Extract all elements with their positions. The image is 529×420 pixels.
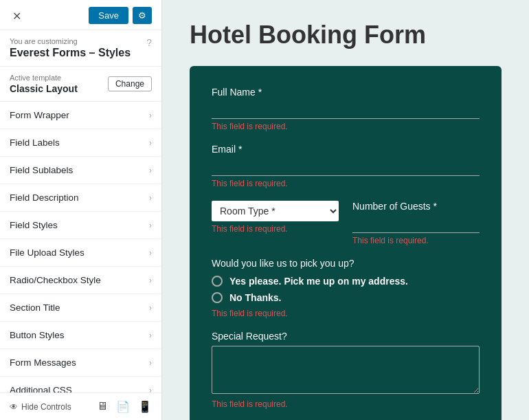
nav-item-label: Section Title: [10, 302, 60, 313]
special-request-error: This field is required.: [212, 399, 480, 409]
pickup-question: Would you like us to pick you up?: [212, 258, 480, 269]
nav-item-label: Form Messages: [10, 357, 76, 368]
sidebar-nav-item[interactable]: Field Description›: [0, 184, 161, 212]
email-label: Email *: [212, 144, 480, 155]
sidebar-nav-item[interactable]: Field Styles›: [0, 212, 161, 239]
sidebar-nav-item[interactable]: Radio/Checkbox Style›: [0, 267, 161, 294]
email-input[interactable]: [212, 159, 480, 176]
special-request-label: Special Request?: [212, 331, 480, 342]
nav-item-label: Additional CSS: [10, 385, 72, 393]
nav-item-label: Form Wrapper: [10, 110, 69, 120]
radio-option-yes[interactable]: Yes please. Pick me up on my address.: [212, 276, 480, 287]
nav-item-label: Button Styles: [10, 330, 65, 340]
room-type-error: This field is required.: [212, 224, 339, 234]
pickup-radio-group: Would you like us to pick you up? Yes pl…: [212, 258, 480, 318]
row-fields: Room Type * This field is required. Numb…: [212, 201, 480, 258]
radio-circle-no: [212, 292, 223, 303]
nav-chevron-icon: ›: [149, 166, 152, 175]
nav-chevron-icon: ›: [149, 331, 152, 340]
sidebar-nav-item[interactable]: Additional CSS›: [0, 377, 161, 393]
nav-chevron-icon: ›: [149, 358, 152, 368]
special-request-textarea[interactable]: [212, 346, 480, 394]
sidebar-nav-item[interactable]: Form Messages›: [0, 349, 161, 377]
full-name-input[interactable]: [212, 102, 480, 119]
guests-input[interactable]: [352, 216, 480, 233]
save-area: Save ⚙: [89, 7, 152, 24]
save-button[interactable]: Save: [89, 7, 128, 24]
footer-icons: 🖥 📄 📱: [97, 400, 152, 413]
customizing-title: Everest Forms – Styles: [10, 47, 131, 59]
radio-circle-yes: [212, 276, 223, 287]
guests-group: Number of Guests * This field is require…: [352, 201, 480, 245]
close-button[interactable]: ✕: [10, 8, 24, 24]
sidebar-nav-item[interactable]: Form Wrapper›: [0, 102, 161, 129]
nav-item-label: File Upload Styles: [10, 247, 85, 258]
full-name-group: Full Name * This field is required.: [212, 87, 480, 131]
nav-chevron-icon: ›: [149, 276, 152, 285]
customizing-label: You are customizing: [10, 37, 131, 45]
nav-chevron-icon: ›: [149, 386, 152, 393]
sidebar: ✕ Save ⚙ You are customizing Everest For…: [0, 0, 162, 420]
room-type-group: Room Type * This field is required.: [212, 201, 339, 245]
full-name-label: Full Name *: [212, 87, 480, 98]
sidebar-nav-item[interactable]: Field Labels›: [0, 129, 161, 157]
nav-chevron-icon: ›: [149, 248, 152, 258]
sidebar-nav-item[interactable]: Field Sublabels›: [0, 157, 161, 184]
sidebar-nav-item[interactable]: Button Styles›: [0, 322, 161, 349]
active-template-name: Classic Layout: [10, 83, 78, 94]
full-name-error: This field is required.: [212, 122, 480, 131]
email-group: Email * This field is required.: [212, 144, 480, 188]
nav-chevron-icon: ›: [149, 138, 152, 148]
nav-item-label: Field Styles: [10, 220, 58, 230]
nav-chevron-icon: ›: [149, 303, 152, 313]
guests-label: Number of Guests *: [352, 201, 480, 212]
special-request-group: Special Request? This field is required.: [212, 331, 480, 409]
email-error: This field is required.: [212, 179, 480, 188]
sidebar-nav-item[interactable]: Section Title›: [0, 294, 161, 322]
nav-chevron-icon: ›: [149, 111, 152, 120]
nav-chevron-icon: ›: [149, 193, 152, 203]
pickup-error: This field is required.: [212, 309, 480, 318]
room-type-select[interactable]: Room Type *: [212, 201, 339, 221]
customizing-info: You are customizing Everest Forms – Styl…: [0, 30, 161, 67]
sidebar-nav-item[interactable]: File Upload Styles›: [0, 239, 161, 267]
sidebar-header: ✕ Save ⚙: [0, 0, 161, 30]
nav-item-label: Field Description: [10, 192, 79, 203]
nav-item-label: Radio/Checkbox Style: [10, 275, 101, 285]
mobile-icon[interactable]: 📱: [138, 400, 152, 413]
gear-button[interactable]: ⚙: [133, 7, 152, 24]
radio-label-yes: Yes please. Pick me up on my address.: [229, 276, 408, 287]
nav-chevron-icon: ›: [149, 221, 152, 230]
active-template-label: Active template: [10, 74, 78, 82]
nav-item-label: Field Sublabels: [10, 165, 73, 175]
active-template-section: Active template Classic Layout Change: [0, 67, 161, 102]
nav-item-label: Field Labels: [10, 137, 60, 148]
radio-label-no: No Thanks.: [229, 292, 281, 303]
form-container: Full Name * This field is required. Emai…: [190, 66, 502, 420]
hide-controls-button[interactable]: 👁 Hide Controls: [10, 402, 71, 412]
eye-icon: 👁: [10, 402, 18, 412]
tablet-icon[interactable]: 📄: [116, 400, 130, 413]
guests-error: This field is required.: [352, 236, 480, 245]
main-content: Hotel Booking Form Full Name * This fiel…: [162, 0, 529, 420]
desktop-icon[interactable]: 🖥: [97, 400, 108, 413]
help-icon[interactable]: ?: [146, 37, 152, 48]
sidebar-footer: 👁 Hide Controls 🖥 📄 📱: [0, 393, 161, 420]
change-template-button[interactable]: Change: [108, 76, 152, 91]
page-title: Hotel Booking Form: [190, 21, 502, 49]
nav-items: Form Wrapper›Field Labels›Field Sublabel…: [0, 102, 161, 393]
radio-option-no[interactable]: No Thanks.: [212, 292, 480, 303]
hide-controls-label: Hide Controls: [21, 402, 71, 412]
